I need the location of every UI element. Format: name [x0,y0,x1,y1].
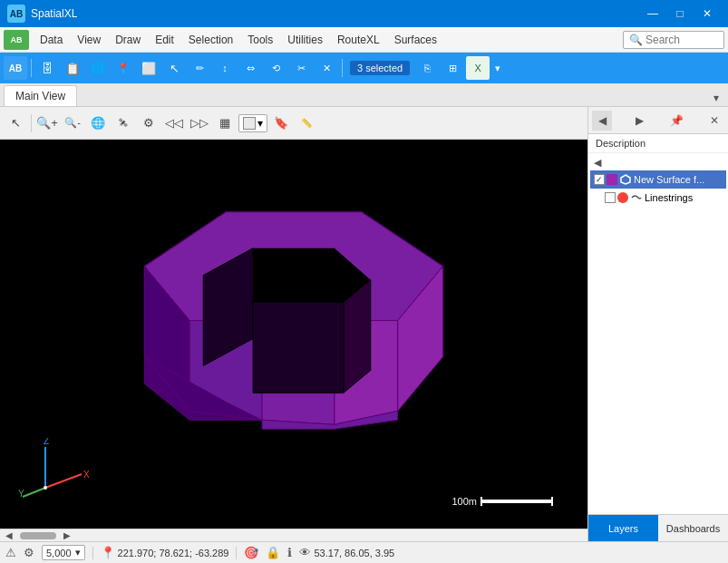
tab-bar: Main View ▾ [0,83,728,107]
layer-label-linestrings: Linestrings [645,192,693,203]
info-icon: ℹ [287,546,292,559]
toolbar-layers-icon[interactable]: 📋 [61,56,84,80]
panel-pin-btn[interactable]: 📌 [667,111,687,131]
tab-main-view[interactable]: Main View [4,85,77,106]
toolbar-sep-1 [31,59,32,77]
menu-item-tools[interactable]: Tools [240,30,280,50]
toolbar-map-icon[interactable]: 📍 [112,56,135,80]
menu-item-draw[interactable]: Draw [108,30,148,50]
toolbar-select-rect-icon[interactable]: ⬜ [137,56,160,80]
window-controls: — □ ✕ [639,0,721,27]
menu-item-selection[interactable]: Selection [181,30,240,50]
layers-tree: ◀ New Surface f... Linestrings [588,153,728,514]
panel-tab-layers[interactable]: Layers [588,515,658,541]
h-scrollbar[interactable]: ◀ ▶ [0,529,587,541]
tree-expand-arrow[interactable]: ◀ [590,155,726,170]
vt-globe-btn[interactable]: 🌐 [86,112,110,135]
vt-next-btn[interactable]: ▷▷ [188,112,211,135]
axis-indicator: Z X Y [18,438,91,501]
status-bar: ⚠ ⚙ 5,000 ▾ 📍 221.970; 78.621; -63.289 🎯… [0,541,728,563]
toolbar-delete-icon[interactable]: ✕ [315,56,338,80]
layer-checkbox-new-surface[interactable] [594,174,605,185]
toolbar-tool4-icon[interactable]: ⟲ [264,56,287,80]
vt-grid-btn[interactable]: ▦ [213,112,237,135]
description-label: Description [596,138,645,149]
toolbar-logo-btn[interactable]: AB [4,56,27,80]
toolbar-tool5-icon[interactable]: ✂ [289,56,313,80]
vt-sep-1 [31,114,32,132]
search-icon: 🔍 [629,34,643,46]
svg-point-20 [44,486,47,490]
camera-display: 🎯 [244,546,258,559]
menu-item-data[interactable]: Data [33,30,70,50]
settings-icon: ⚙ [24,546,34,559]
panel-back-btn[interactable]: ◀ [592,111,612,131]
toolbar-globe-icon[interactable]: 🌐 [86,56,110,80]
toolbar-grid-icon[interactable]: ⊞ [441,56,464,80]
vt-color-swatch [243,117,256,130]
3d-canvas[interactable]: Z X Y 100m [0,140,587,529]
scale-bar: 100m [444,492,560,510]
toolbar-cursor-icon[interactable]: ↖ [162,56,186,80]
surface-icon [619,173,632,186]
toolbar-excel-icon[interactable]: X [466,56,490,80]
toolbar-more-btn[interactable]: ▾ [491,61,504,76]
toolbar-copy-icon[interactable]: ⎘ [415,56,439,80]
coordinates-value: 221.970; 78.621; -63.289 [118,548,229,558]
close-button[interactable]: ✕ [694,0,721,27]
eye-icon: 👁 [299,546,311,559]
layer-item-linestrings[interactable]: Linestrings [590,189,726,207]
search-input[interactable] [645,34,718,46]
coordinates-icon: 📍 [101,546,115,559]
scroll-right-arrow[interactable]: ▶ [60,530,74,540]
zoom-dropdown[interactable]: 5,000 ▾ [42,545,85,560]
layer-item-new-surface[interactable]: New Surface f... [590,170,726,189]
tab-scroll-right[interactable]: ▾ [708,90,724,106]
scroll-left-arrow[interactable]: ◀ [2,530,16,540]
panel-close-btn[interactable]: ✕ [704,111,724,131]
maximize-button[interactable]: □ [666,0,694,27]
vt-prev-btn[interactable]: ◁◁ [162,112,186,135]
zoom-dropdown-arrow: ▾ [75,547,81,558]
menu-item-edit[interactable]: Edit [148,30,181,50]
vt-satellite-btn[interactable]: 🛰 [112,112,135,135]
svg-line-18 [23,488,45,497]
vt-settings-btn[interactable]: ⚙ [137,112,160,135]
status-settings: ⚙ [24,546,34,559]
vt-zoom-out-btn[interactable]: 🔍- [61,112,84,135]
minimize-button[interactable]: — [639,0,666,27]
toolbar-database-icon[interactable]: 🗄 [35,56,59,80]
app-icon: AB [7,5,25,23]
vt-zoom-in-btn[interactable]: 🔍+ [35,112,59,135]
coordinates-display: 📍 221.970; 78.621; -63.289 [101,546,229,559]
panel-toolbar: ◀ ▶ 📌 ✕ [588,107,728,134]
menu-item-routexl[interactable]: RouteXL [330,30,387,50]
toolbar-tool1-icon[interactable]: ✏ [188,56,211,80]
menu-item-surfaces[interactable]: Surfaces [387,30,444,50]
toolbar-tool3-icon[interactable]: ⇔ [238,56,262,80]
svg-text:X: X [83,470,90,480]
right-panel: ◀ ▶ 📌 ✕ Description ◀ New Surface f... [587,107,728,541]
menu-search-box[interactable]: 🔍 [623,31,724,49]
menu-item-utilities[interactable]: Utilities [280,30,330,50]
scroll-thumb[interactable] [20,532,56,539]
panel-tab-dashboards[interactable]: Dashboards [658,515,728,541]
description-bar: Description [588,134,728,153]
vt-cursor-btn[interactable]: ↖ [4,112,27,135]
svg-line-16 [45,474,82,488]
camera-value: 53.17, 86.05, 3.95 [314,548,394,558]
vt-bookmark-btn[interactable]: 🔖 [269,112,293,135]
layer-color-new-surface [607,174,617,185]
vt-color-picker[interactable]: ▾ [238,114,267,132]
panel-forward-btn[interactable]: ▶ [629,111,649,131]
title-bar: AB SpatialXL — □ ✕ [0,0,728,27]
app-title: SpatialXL [31,7,639,20]
info-display: ℹ [287,546,292,559]
layer-checkbox-linestrings[interactable] [605,192,616,203]
svg-marker-13 [253,303,344,393]
viewport-toolbar: ↖ 🔍+ 🔍- 🌐 🛰 ⚙ ◁◁ ▷▷ ▦ ▾ 🔖 📏 [0,107,587,140]
toolbar-tool2-icon[interactable]: ↕ [213,56,237,80]
lock-icon: 🔒 [266,546,280,559]
vt-ruler-btn[interactable]: 📏 [295,112,318,135]
menu-item-view[interactable]: View [70,30,108,50]
